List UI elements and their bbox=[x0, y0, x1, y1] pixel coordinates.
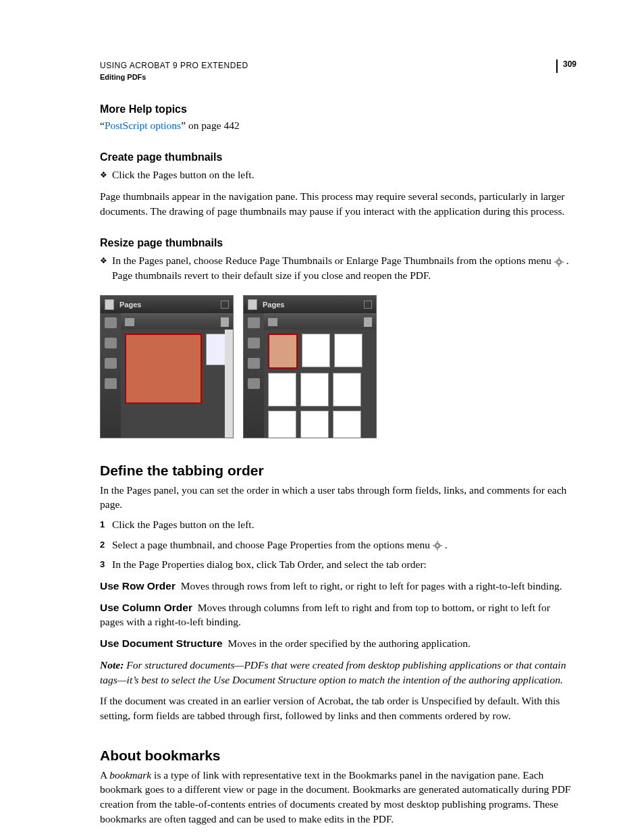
page-thumbnail bbox=[300, 373, 329, 407]
resize-thumbs-bullet: In the Pages panel, choose Reduce Page T… bbox=[112, 253, 576, 282]
pages-tab-icon bbox=[105, 317, 117, 328]
page-thumbnail bbox=[302, 334, 330, 367]
pages-tab-icon bbox=[248, 317, 260, 328]
use-column-order: Use Column Order Moves through columns f… bbox=[100, 600, 576, 629]
layers-tab-icon bbox=[248, 338, 260, 348]
tabbing-heading: Define the tabbing order bbox=[100, 463, 576, 479]
page-icon bbox=[105, 299, 114, 310]
svg-rect-8 bbox=[437, 541, 438, 543]
page-thumbnail bbox=[268, 334, 298, 369]
diamond-bullet-icon: ❖ bbox=[100, 167, 112, 181]
step-3: In the Page Properties dialog box, click… bbox=[112, 557, 576, 572]
use-document-structure: Use Document Structure Moves in the orde… bbox=[100, 636, 576, 651]
page-icon bbox=[248, 299, 257, 310]
pages-panel-reduced: Pages bbox=[243, 295, 377, 438]
bookmarks-heading: About bookmarks bbox=[100, 748, 576, 764]
step-number: 3 bbox=[100, 557, 112, 571]
step-2: Select a page thumbnail, and choose Page… bbox=[112, 538, 576, 552]
panel-title: Pages bbox=[119, 301, 215, 309]
trash-icon bbox=[221, 317, 229, 327]
page-number: 309 bbox=[556, 59, 576, 73]
note: Note: For structured documents—PDFs that… bbox=[100, 658, 576, 687]
svg-rect-2 bbox=[558, 257, 560, 259]
svg-rect-9 bbox=[437, 549, 438, 551]
pages-panel-enlarged: Pages bbox=[100, 295, 234, 438]
postscript-link[interactable]: PostScript options bbox=[105, 120, 181, 131]
page-thumbnail bbox=[334, 334, 363, 367]
legacy-para: If the document was created in an earlie… bbox=[100, 694, 576, 723]
trash-icon bbox=[364, 317, 372, 327]
page-thumbnail bbox=[268, 411, 296, 438]
layers-tab-icon bbox=[105, 338, 117, 348]
create-thumbs-para: Page thumbnails appear in the navigation… bbox=[100, 189, 576, 218]
resize-thumbs-heading: Resize page thumbnails bbox=[100, 237, 576, 249]
step-number: 2 bbox=[100, 538, 112, 551]
page-thumbnail bbox=[268, 373, 296, 407]
screenshot-row: Pages Pages bbox=[100, 295, 576, 438]
page-header: USING ACROBAT 9 PRO EXTENDED Editing PDF… bbox=[100, 59, 576, 83]
more-help-line: “PostScript options” on page 442 bbox=[100, 118, 576, 133]
create-thumbs-bullet: Click the Pages button on the left. bbox=[112, 167, 576, 182]
create-thumbs-heading: Create page thumbnails bbox=[100, 151, 576, 163]
more-help-heading: More Help topics bbox=[100, 103, 576, 115]
tags-tab-icon bbox=[248, 378, 260, 389]
options-gear-icon bbox=[268, 318, 277, 326]
tabbing-intro: In the Pages panel, you can set the orde… bbox=[100, 483, 576, 512]
gear-icon bbox=[433, 541, 442, 550]
use-row-order: Use Row Order Moves through rows from le… bbox=[100, 579, 576, 594]
doc-title: USING ACROBAT 9 PRO EXTENDED bbox=[100, 59, 248, 72]
svg-rect-11 bbox=[440, 545, 442, 546]
svg-point-1 bbox=[558, 261, 560, 263]
svg-rect-10 bbox=[433, 545, 435, 546]
nav-sidebar bbox=[244, 313, 264, 438]
diamond-bullet-icon: ❖ bbox=[100, 253, 112, 267]
signatures-tab-icon bbox=[105, 358, 117, 369]
options-gear-icon bbox=[125, 318, 134, 326]
nav-sidebar bbox=[101, 313, 121, 438]
page-thumbnail bbox=[333, 411, 361, 438]
page-thumbnail bbox=[300, 411, 329, 438]
svg-rect-5 bbox=[562, 261, 564, 263]
gear-icon bbox=[554, 257, 564, 267]
step-number: 1 bbox=[100, 517, 112, 531]
panel-title: Pages bbox=[263, 301, 358, 309]
svg-point-7 bbox=[436, 544, 439, 547]
page-thumbnail bbox=[333, 373, 361, 407]
svg-rect-3 bbox=[558, 265, 560, 267]
collapse-icon bbox=[364, 301, 372, 309]
bookmarks-para: A bookmark is a type of link with repres… bbox=[100, 768, 576, 827]
step-1: Click the Pages button on the left. bbox=[112, 517, 576, 532]
collapse-icon bbox=[221, 301, 229, 309]
page-thumbnail bbox=[125, 334, 202, 404]
scrollbar bbox=[225, 330, 233, 438]
signatures-tab-icon bbox=[248, 358, 260, 369]
doc-section: Editing PDFs bbox=[100, 72, 248, 83]
tags-tab-icon bbox=[105, 378, 117, 389]
svg-rect-4 bbox=[554, 261, 556, 263]
